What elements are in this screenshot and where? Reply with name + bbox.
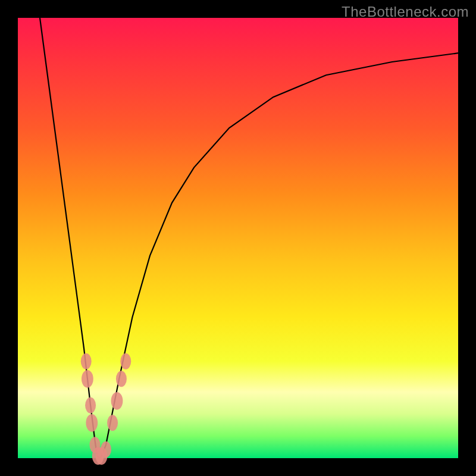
marker-group: [81, 353, 131, 465]
marker-point: [86, 414, 98, 432]
bottleneck-curve: [40, 18, 458, 458]
marker-point: [120, 353, 131, 369]
watermark-text: TheBottleneck.com: [342, 4, 469, 20]
marker-point: [107, 415, 118, 431]
marker-point: [111, 392, 123, 410]
marker-point: [101, 441, 111, 458]
plot-area: [18, 18, 458, 458]
chart-frame: TheBottleneck.com: [0, 0, 476, 476]
marker-point: [85, 397, 96, 414]
marker-point: [82, 370, 93, 388]
chart-svg: [18, 18, 458, 458]
marker-point: [116, 371, 127, 387]
marker-point: [81, 353, 92, 369]
